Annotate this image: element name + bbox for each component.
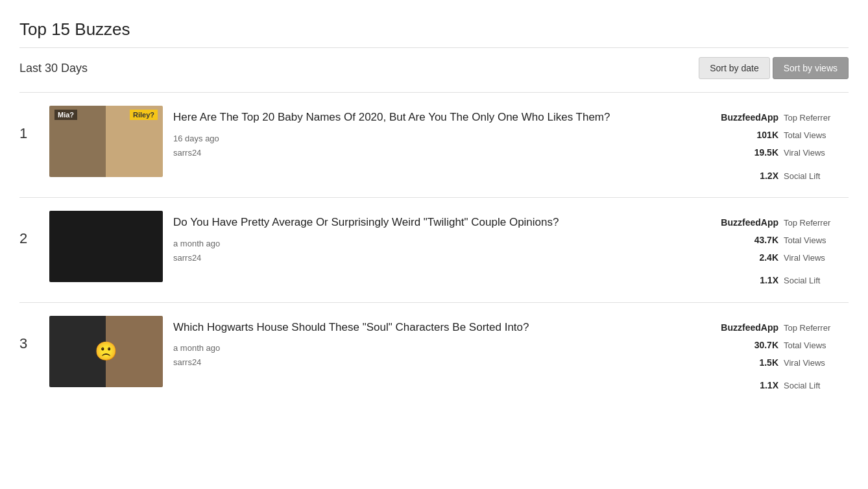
referrer-label-3: Top Referrer xyxy=(784,320,849,335)
rank-2: 2 xyxy=(19,211,39,247)
period-label: Last 30 Days xyxy=(19,62,88,75)
date-3: a month ago xyxy=(173,343,220,353)
list-item: 3 🙁 Which Hogwarts House Should These "S… xyxy=(19,302,849,407)
controls-row: Last 30 Days Sort by date Sort by views xyxy=(19,57,849,79)
total-views-value-3: 30.7K xyxy=(743,337,778,353)
buzz-list: 1 Here Are The Top 20 Baby Names Of 2020… xyxy=(19,92,849,407)
buzz-title-2[interactable]: Do You Have Pretty Average Or Surprising… xyxy=(173,215,657,230)
social-lift-label-3: Social Lift xyxy=(784,378,849,393)
buzz-stats-1: BuzzfeedApp Top Referrer 101K Total View… xyxy=(667,106,849,184)
total-views-label-3: Total Views xyxy=(784,338,849,353)
viral-views-value-3: 1.5K xyxy=(743,355,778,371)
date-1: 16 days ago xyxy=(173,134,219,143)
stat-referrer-row-3: BuzzfeedApp Top Referrer xyxy=(667,320,849,336)
social-lift-label-2: Social Lift xyxy=(784,273,849,288)
stat-social-lift-row-2: 1.1X Social Lift xyxy=(667,272,849,289)
social-lift-label-1: Social Lift xyxy=(784,169,849,184)
date-2: a month ago xyxy=(173,239,220,248)
thumb-placeholder-3: 🙁 xyxy=(49,316,163,387)
stat-total-views-row-2: 43.7K Total Views xyxy=(667,232,849,248)
thumb-placeholder-2 xyxy=(49,211,163,282)
referrer-value-3: BuzzfeedApp xyxy=(721,320,778,336)
list-item: 2 Do You Have Pretty Average Or Surprisi… xyxy=(19,197,849,302)
list-item: 1 Here Are The Top 20 Baby Names Of 2020… xyxy=(19,92,849,197)
viral-views-label-2: Viral Views xyxy=(784,250,849,265)
viral-views-value-1: 19.5K xyxy=(743,145,778,161)
buzz-meta-3: a month ago sarrs24 xyxy=(173,341,657,370)
author-2: sarrs24 xyxy=(173,253,201,263)
thumb-placeholder-1 xyxy=(49,106,163,177)
author-3: sarrs24 xyxy=(173,357,201,367)
main-container: Top 15 Buzzes Last 30 Days Sort by date … xyxy=(0,0,868,407)
stat-total-views-row-1: 101K Total Views xyxy=(667,127,849,143)
buzz-stats-3: BuzzfeedApp Top Referrer 30.7K Total Vie… xyxy=(667,316,849,394)
buzz-info-3: Which Hogwarts House Should These "Soul"… xyxy=(173,316,657,370)
social-lift-value-2: 1.1X xyxy=(743,272,778,289)
author-1: sarrs24 xyxy=(173,148,201,158)
stat-viral-views-row-2: 2.4K Viral Views xyxy=(667,250,849,266)
stat-referrer-row-2: BuzzfeedApp Top Referrer xyxy=(667,215,849,231)
buzz-meta-1: 16 days ago sarrs24 xyxy=(173,132,657,160)
stat-social-lift-row-1: 1.2X Social Lift xyxy=(667,168,849,184)
stat-referrer-row-1: BuzzfeedApp Top Referrer xyxy=(667,110,849,126)
total-views-value-1: 101K xyxy=(743,127,778,143)
viral-views-label-1: Viral Views xyxy=(784,145,849,160)
total-views-value-2: 43.7K xyxy=(743,232,778,248)
thumbnail-3: 🙁 xyxy=(49,316,163,387)
sort-buttons: Sort by date Sort by views xyxy=(699,57,849,79)
thumbnail-2 xyxy=(49,211,163,282)
referrer-label-2: Top Referrer xyxy=(784,215,849,230)
page-title: Top 15 Buzzes xyxy=(19,19,849,40)
viral-views-label-3: Viral Views xyxy=(784,355,849,370)
buzz-title-1[interactable]: Here Are The Top 20 Baby Names Of 2020, … xyxy=(173,110,657,125)
buzz-stats-2: BuzzfeedApp Top Referrer 43.7K Total Vie… xyxy=(667,211,849,289)
referrer-label-1: Top Referrer xyxy=(784,110,849,125)
sort-by-views-button[interactable]: Sort by views xyxy=(773,57,849,79)
rank-3: 3 xyxy=(19,316,39,352)
sort-by-date-button[interactable]: Sort by date xyxy=(699,57,770,79)
rank-1: 1 xyxy=(19,106,39,142)
viral-views-value-2: 2.4K xyxy=(743,250,778,266)
stat-viral-views-row-3: 1.5K Viral Views xyxy=(667,355,849,371)
buzz-info-2: Do You Have Pretty Average Or Surprising… xyxy=(173,211,657,265)
total-views-label-1: Total Views xyxy=(784,128,849,143)
buzz-title-3[interactable]: Which Hogwarts House Should These "Soul"… xyxy=(173,320,657,335)
referrer-value-1: BuzzfeedApp xyxy=(721,110,778,126)
stat-total-views-row-3: 30.7K Total Views xyxy=(667,337,849,353)
buzz-meta-2: a month ago sarrs24 xyxy=(173,237,657,265)
referrer-value-2: BuzzfeedApp xyxy=(721,215,778,231)
thumbnail-1 xyxy=(49,106,163,177)
stat-social-lift-row-3: 1.1X Social Lift xyxy=(667,377,849,394)
buzz-info-1: Here Are The Top 20 Baby Names Of 2020, … xyxy=(173,106,657,160)
total-views-label-2: Total Views xyxy=(784,233,849,248)
title-divider xyxy=(19,47,849,48)
social-lift-value-3: 1.1X xyxy=(743,377,778,394)
social-lift-value-1: 1.2X xyxy=(743,168,778,184)
stat-viral-views-row-1: 19.5K Viral Views xyxy=(667,145,849,161)
